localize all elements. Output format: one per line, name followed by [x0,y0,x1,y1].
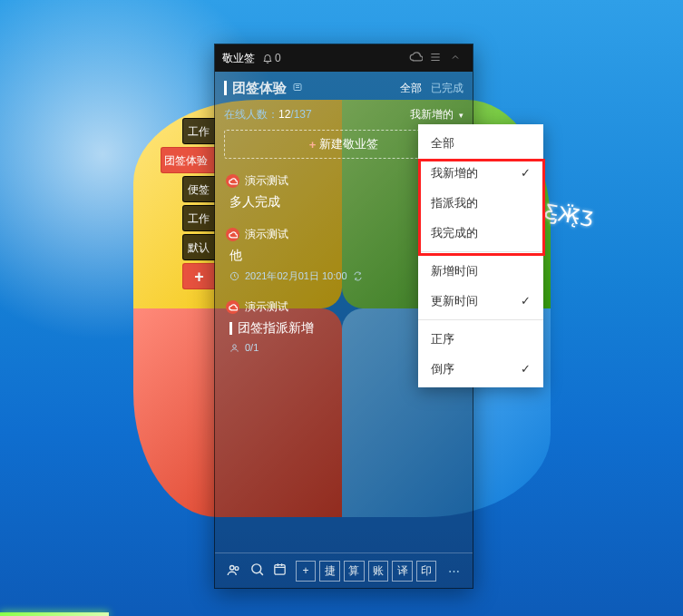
side-tab[interactable]: 便签 [182,176,215,202]
tab-all[interactable]: 全部 [400,81,422,96]
check-icon: ✓ [521,294,531,308]
menu-item-label: 更新时间 [431,293,478,309]
sort-label: 我新增的 [410,108,454,121]
menu-item[interactable]: 全部 [418,128,543,158]
menu-item-label: 我完成的 [431,225,478,241]
svg-point-3 [229,565,234,570]
menu-group-time: 新增时间 更新时间✓ [418,252,543,319]
check-icon: ✓ [521,166,531,180]
bell-count: 0 [275,52,281,64]
tool-button[interactable]: 译 [392,561,413,582]
plus-icon: + [309,138,317,152]
clock-icon [229,271,239,281]
page-title: 团签体验 [232,80,287,97]
item-author: 演示测试 [245,173,288,189]
bottom-toolbar: + 捷 算 账 译 印 ⋯ [215,552,473,588]
item-time: 2021年02月01日 10:00 [245,269,347,283]
item-title: 他 [229,248,242,264]
cloud-sync-icon[interactable] [405,50,425,66]
item-author: 演示测试 [245,227,288,242]
item-title: 团签指派新增 [238,320,314,337]
tool-button[interactable]: 账 [368,561,389,582]
menu-item-label: 正序 [431,331,454,347]
svg-point-4 [235,566,239,570]
menu-item[interactable]: 我新增的✓ [418,158,543,188]
menu-item-label: 新增时间 [431,263,478,279]
titlebar: 敬业签 0 [215,44,473,72]
menu-item-label: 倒序 [431,361,454,377]
svg-rect-6 [275,565,285,575]
side-tab-add[interactable]: + [182,263,215,289]
contacts-icon[interactable] [222,562,246,581]
item-people: 0/1 [245,342,259,353]
new-note-label: 新建敬业签 [319,136,378,152]
search-icon[interactable] [246,562,269,580]
tab-done[interactable]: 已完成 [431,81,463,96]
sort-menu: 全部 我新增的✓ 指派我的 我完成的 新增时间 更新时间✓ 正序 倒序✓ [418,124,543,387]
svg-point-5 [252,564,261,573]
online-total: /137 [290,108,311,121]
menu-item[interactable]: 新增时间 [418,256,543,286]
calendar-icon[interactable] [268,562,292,580]
menu-item-label: 全部 [431,135,454,152]
menu-item[interactable]: 我完成的 [418,218,543,248]
online-now: 12 [278,108,290,121]
title-bar-accent [224,81,227,95]
person-icon [229,343,239,353]
sort-dropdown[interactable]: 我新增的 ▾ [410,107,463,122]
menu-item-label: 指派我的 [431,195,478,211]
notification-bell[interactable]: 0 [262,52,281,64]
svg-point-2 [233,344,237,347]
repeat-icon [353,271,363,281]
menu-item[interactable]: 指派我的 [418,188,543,218]
menu-icon[interactable] [425,51,445,66]
add-square-button[interactable]: + [296,561,317,582]
tool-button[interactable]: 算 [344,561,365,582]
item-author: 演示测试 [245,299,288,315]
side-tab[interactable]: 工作 [182,205,215,231]
cloud-badge-icon [226,300,239,314]
title-list-icon[interactable] [292,82,303,95]
app-name: 敬业签 [222,51,255,66]
menu-item[interactable]: 正序 [418,324,543,354]
collapse-icon[interactable] [445,52,465,65]
sub-header: 在线人数： 12 /137 我新增的 ▾ [215,104,473,124]
more-icon[interactable]: ⋯ [442,564,465,578]
side-tab-strip: 工作 团签体验 便签 工作 默认 + [182,118,215,292]
header-row: 团签体验 全部 已完成 [215,72,473,104]
tool-button[interactable]: 印 [416,561,437,582]
side-tab[interactable]: 工作 [182,118,215,144]
side-tab[interactable]: 默认 [182,234,215,260]
side-tab-active[interactable]: 团签体验 [161,147,215,173]
menu-item[interactable]: 更新时间✓ [418,286,543,316]
bell-icon [262,53,273,64]
item-title: 多人完成 [229,194,280,210]
cloud-badge-icon [226,174,239,188]
item-accent [229,322,232,335]
cloud-badge-icon [226,228,239,241]
online-label: 在线人数： [224,107,278,122]
check-icon: ✓ [521,362,531,376]
menu-item-label: 我新增的 [431,165,478,181]
menu-item[interactable]: 倒序✓ [418,354,543,384]
caret-down-icon: ▾ [459,111,463,120]
menu-group-order: 正序 倒序✓ [418,320,543,387]
menu-group-filter: 全部 我新增的✓ 指派我的 我完成的 [418,124,543,251]
tool-button[interactable]: 捷 [319,561,340,582]
taskbar-glow [0,612,109,616]
